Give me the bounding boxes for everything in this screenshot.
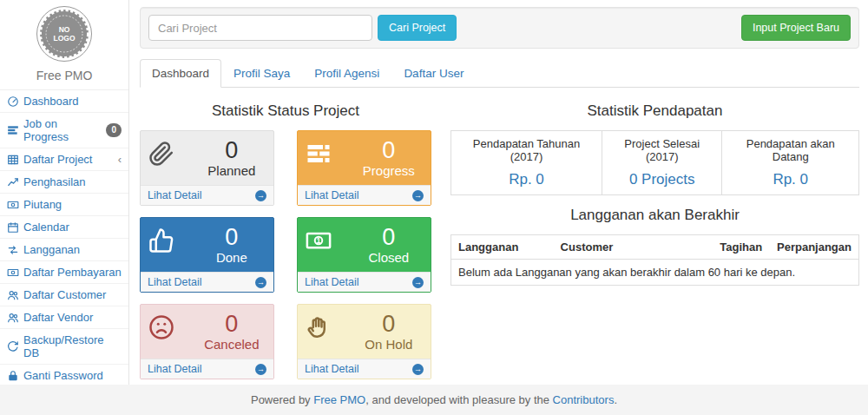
lihat-detail-label: Lihat Detail (305, 276, 359, 288)
sidebar-item-daftar-vendor[interactable]: Daftar Vendor (0, 306, 128, 329)
lihat-detail-label: Lihat Detail (148, 363, 202, 375)
retweet-icon (7, 244, 19, 256)
stat-value: Rp. 0 (451, 169, 602, 195)
input-project-baru-button[interactable]: Input Project Baru (741, 15, 851, 41)
stat-header: Pendapatan Tahunan (2017) (451, 131, 602, 170)
sidebar-item-label: Job on Progress (23, 117, 102, 143)
money-icon (7, 199, 19, 211)
status-card-on-hold: 0 On Hold Lihat Detail (297, 304, 431, 379)
search-bar: Cari Project Input Project Baru (140, 7, 859, 49)
column-header-perpanjangan: Perpanjangan (770, 235, 858, 260)
brand: NO LOGO Free PMO (0, 0, 128, 89)
arrow-circle-right-icon (412, 277, 424, 288)
arrow-circle-right-icon (412, 190, 424, 201)
contributors-link[interactable]: Contributors (553, 393, 615, 406)
no-logo-seal: NO LOGO (36, 5, 93, 63)
sidebar-item-label: Penghasilan (23, 175, 86, 188)
logo-text-line1: NO (59, 25, 70, 34)
lihat-detail-link-canceled[interactable]: Lihat Detail (141, 359, 273, 379)
tab-profil-agensi[interactable]: Profil Agensi (302, 59, 391, 88)
tab-profil-saya[interactable]: Profil Saya (221, 59, 302, 88)
sidebar-item-label: Ganti Password (23, 369, 103, 382)
money-icon (7, 267, 19, 279)
empty-subscription-message: Belum ada Langganan yang akan berakhir d… (451, 260, 859, 286)
dashboard-panel: Statistik Status Project 0 Planned (140, 91, 859, 379)
column-header-tagihan: Tagihan (713, 235, 770, 260)
stat-header: Pendapatan akan Datang (722, 131, 859, 170)
lihat-detail-link-done[interactable]: Lihat Detail (141, 272, 273, 292)
column-header-customer: Customer (554, 235, 713, 260)
lihat-detail-label: Lihat Detail (305, 363, 359, 375)
sidebar-item-label: Backup/Restore DB (23, 333, 122, 359)
free-pmo-link[interactable]: Free PMO (313, 393, 365, 406)
refresh-icon (7, 340, 19, 352)
footer-text: . (614, 393, 617, 406)
lihat-detail-link-closed[interactable]: Lihat Detail (298, 272, 431, 292)
search-input[interactable] (148, 15, 372, 41)
stat-value: 0 Projects (602, 169, 722, 195)
page-footer: Powered by Free PMO, and developed with … (0, 385, 868, 415)
status-card-progress: 0 Progress Lihat Detail (297, 130, 431, 206)
sidebar-item-job-on-progress[interactable]: Job on Progress 0 (0, 113, 128, 148)
status-cards: 0 Planned Lihat Detail (140, 130, 431, 379)
column-header-langganan: Langganan (451, 235, 554, 260)
thumbs-up-icon (148, 225, 198, 266)
tab-dashboard[interactable]: Dashboard (140, 59, 221, 88)
status-column: Statistik Status Project 0 Planned (140, 91, 431, 379)
sidebar-item-daftar-pembayaran[interactable]: Daftar Pembayaran (0, 261, 128, 284)
sidebar-item-daftar-project[interactable]: Daftar Project ‹ (0, 148, 128, 171)
sidebar-item-calendar[interactable]: Calendar (0, 216, 128, 239)
card-value: 0 (198, 312, 266, 336)
table-row: Belum ada Langganan yang akan berakhir d… (451, 260, 859, 286)
arrow-circle-right-icon (412, 364, 424, 375)
card-label: Closed (355, 250, 423, 265)
arrow-circle-right-icon (255, 364, 266, 375)
card-value: 0 (355, 138, 423, 162)
sidebar-item-backup-restore-db[interactable]: Backup/Restore DB (0, 329, 128, 365)
status-card-closed: 1 0 Closed Lihat Detail (297, 217, 431, 293)
stat-value: Rp. 0 (722, 169, 859, 195)
card-label: Canceled (198, 337, 266, 352)
sidebar-item-penghasilan[interactable]: Penghasilan (0, 171, 128, 194)
arrow-circle-right-icon (255, 190, 266, 201)
arrow-circle-right-icon (255, 277, 266, 288)
card-value: 0 (355, 225, 423, 249)
svg-text:1: 1 (317, 236, 321, 245)
cari-project-button[interactable]: Cari Project (378, 15, 457, 41)
income-stats-table: Pendapatan Tahunan (2017) Project Selesa… (450, 130, 859, 195)
card-label: Done (198, 250, 266, 265)
footer-text: , and developed with pleasure by the (365, 393, 552, 406)
status-section-title: Statistik Status Project (140, 102, 431, 120)
sidebar-item-langganan[interactable]: Langganan (0, 239, 128, 261)
logo-text-line2: LOGO (53, 34, 75, 43)
status-card-canceled: 0 Canceled Lihat Detail (140, 304, 274, 379)
card-label: Progress (355, 163, 423, 178)
sidebar-item-label: Daftar Project (23, 153, 92, 166)
tab-daftar-user[interactable]: Daftar User (391, 59, 476, 88)
sidebar-item-daftar-customer[interactable]: Daftar Customer (0, 284, 128, 306)
subscription-section-title: Langganan akan Berakhir (450, 207, 859, 224)
card-value: 0 (198, 225, 266, 249)
sidebar: NO LOGO Free PMO Dashboard Job on Progre… (0, 0, 129, 385)
card-value: 0 (198, 138, 266, 162)
lihat-detail-link-progress[interactable]: Lihat Detail (298, 185, 431, 205)
sidebar-item-label: Daftar Customer (23, 288, 106, 301)
tab-bar: Dashboard Profil Saya Profil Agensi Daft… (140, 59, 859, 88)
lihat-detail-link-planned[interactable]: Lihat Detail (141, 185, 273, 205)
sidebar-nav: Dashboard Job on Progress 0 Daftar Proje… (0, 89, 128, 410)
lihat-detail-link-on-hold[interactable]: Lihat Detail (298, 359, 431, 379)
lihat-detail-label: Lihat Detail (148, 189, 202, 201)
dashboard-icon (7, 96, 19, 108)
sidebar-item-label: Piutang (23, 198, 62, 211)
sidebar-item-dashboard[interactable]: Dashboard (0, 90, 128, 113)
hand-icon (306, 312, 355, 352)
tasks-icon (7, 124, 19, 136)
sidebar-item-label: Daftar Vendor (23, 311, 93, 324)
sidebar-item-piutang[interactable]: Piutang (0, 194, 128, 216)
sidebar-item-label: Calendar (23, 221, 69, 234)
users-icon (7, 289, 19, 301)
sidebar-item-label: Dashboard (23, 95, 79, 108)
chevron-left-icon: ‹ (118, 153, 122, 166)
sidebar-item-label: Langganan (23, 243, 80, 256)
lihat-detail-label: Lihat Detail (148, 276, 202, 288)
